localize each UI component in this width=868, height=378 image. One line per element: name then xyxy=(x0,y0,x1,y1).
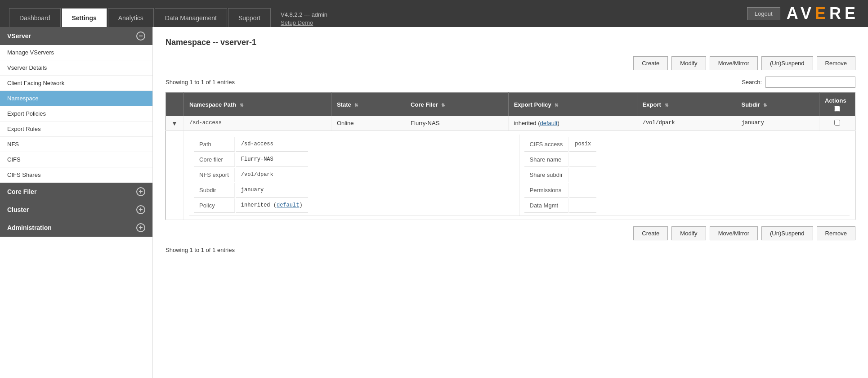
th-core-filer[interactable]: Core Filer ⇅ xyxy=(405,93,509,117)
expand-cell[interactable]: ▼ xyxy=(166,116,184,131)
core-filer-cell: Flurry-NAS xyxy=(405,116,509,131)
detail-policy-key: Policy xyxy=(194,198,235,213)
topbar: Dashboard Settings Analytics Data Manage… xyxy=(0,0,868,27)
sidebar-item-manage-vservers[interactable]: Manage VServers xyxy=(0,45,152,60)
detail-policy-link[interactable]: default xyxy=(277,202,299,208)
avere-brand: AVERE xyxy=(787,4,859,23)
modify-button-bottom[interactable]: Modify xyxy=(671,226,706,240)
detail-cifs-access-val: posix xyxy=(569,137,596,152)
detail-corefiler-val: Flurry-NAS xyxy=(236,153,308,167)
sidebar-vserver-icon: − xyxy=(136,32,145,40)
nav-tabs: Dashboard Settings Analytics Data Manage… xyxy=(9,0,327,27)
state-cell: Online xyxy=(331,116,405,131)
detail-path-val: /sd-access xyxy=(236,137,308,152)
expand-arrow-icon[interactable]: ▼ xyxy=(171,120,178,127)
row-checkbox[interactable] xyxy=(834,120,840,126)
detail-row: Path /sd-access Core filer Flurry-NAS xyxy=(166,131,855,220)
modify-button-top[interactable]: Modify xyxy=(671,56,706,70)
bottom-action-buttons: Create Modify Move/Mirror (Un)Suspend Re… xyxy=(166,226,855,240)
namespace-table: Namespace Path ⇅ State ⇅ Core Filer ⇅ Ex… xyxy=(166,92,855,220)
th-namespace-path[interactable]: Namespace Path ⇅ xyxy=(184,93,331,117)
detail-permissions-key: Permissions xyxy=(524,183,569,198)
remove-button-bottom[interactable]: Remove xyxy=(817,226,855,240)
tab-settings[interactable]: Settings xyxy=(62,8,107,27)
sidebar-item-nfs[interactable]: NFS xyxy=(0,137,152,152)
export-policy-suffix: ) xyxy=(558,120,559,126)
export-policy-prefix: inherited ( xyxy=(514,120,540,126)
th-state[interactable]: State ⇅ xyxy=(331,93,405,117)
sidebar-administration-label: Administration xyxy=(7,224,52,231)
sidebar-cluster-label: Cluster xyxy=(7,206,29,213)
table-info-row: Showing 1 to 1 of 1 entries Search: xyxy=(166,76,855,88)
sidebar-section-administration[interactable]: Administration + xyxy=(0,219,152,237)
sidebar-cluster-icon: + xyxy=(136,205,145,214)
export-cell: /vol/dpark xyxy=(637,116,736,131)
avere-logo-av: AV xyxy=(787,4,815,22)
avere-logo-e: E xyxy=(815,4,829,22)
detail-data-mgmt-val xyxy=(569,198,596,213)
sidebar: VServer − Manage VServers Vserver Detail… xyxy=(0,27,153,378)
create-button-top[interactable]: Create xyxy=(633,56,668,70)
sidebar-item-namespace[interactable]: Namespace xyxy=(0,91,152,106)
search-input[interactable] xyxy=(765,76,855,88)
detail-cifs-access-key: CIFS access xyxy=(524,137,569,152)
th-actions: Actions xyxy=(819,93,855,117)
page-title: Namespace -- vserver-1 xyxy=(166,38,855,47)
detail-share-subdir-val xyxy=(569,168,596,182)
sidebar-section-core-filer[interactable]: Core Filer + xyxy=(0,183,152,201)
detail-permissions-val xyxy=(569,183,596,198)
tab-analytics[interactable]: Analytics xyxy=(108,8,154,27)
th-subdir[interactable]: Subdir ⇅ xyxy=(736,93,819,117)
sidebar-item-cifs-shares[interactable]: CIFS Shares xyxy=(0,167,152,183)
tab-dashboard[interactable]: Dashboard xyxy=(9,8,61,27)
sidebar-administration-icon: + xyxy=(136,223,145,232)
export-policy-cell: inherited (default) xyxy=(508,116,637,131)
sidebar-core-filer-icon: + xyxy=(136,187,145,196)
version-info: V4.8.2.2 --- admin Setup Demo xyxy=(281,11,327,27)
remove-button-top[interactable]: Remove xyxy=(817,56,855,70)
detail-data-mgmt-key: Data Mgmt xyxy=(524,198,569,213)
search-box: Search: xyxy=(742,76,855,88)
sidebar-section-vserver[interactable]: VServer − xyxy=(0,27,152,45)
actions-checkbox-cell xyxy=(819,116,855,131)
logout-button[interactable]: Logout xyxy=(747,7,780,20)
sidebar-core-filer-label: Core Filer xyxy=(7,188,36,195)
content-area: Namespace -- vserver-1 Create Modify Mov… xyxy=(153,27,868,378)
top-action-buttons: Create Modify Move/Mirror (Un)Suspend Re… xyxy=(166,56,855,70)
sidebar-section-cluster[interactable]: Cluster + xyxy=(0,201,152,219)
th-expand xyxy=(166,93,184,117)
unsuspend-button-top[interactable]: (Un)Suspend xyxy=(761,56,813,70)
avere-logo: Logout AVERE xyxy=(747,4,859,23)
actions-select-all[interactable] xyxy=(834,106,840,112)
unsuspend-button-bottom[interactable]: (Un)Suspend xyxy=(761,226,813,240)
avere-logo-re: RE xyxy=(829,4,859,22)
detail-nfsexport-val: /vol/dpark xyxy=(236,168,308,182)
create-button-bottom[interactable]: Create xyxy=(633,226,668,240)
export-policy-link[interactable]: default xyxy=(540,120,557,126)
sidebar-vserver-label: VServer xyxy=(7,32,31,40)
move-mirror-button-bottom[interactable]: Move/Mirror xyxy=(710,226,758,240)
table-row: ▼ /sd-access Online Flurry-NAS inherited… xyxy=(166,116,855,131)
tab-data-management[interactable]: Data Management xyxy=(155,8,227,27)
th-export-policy[interactable]: Export Policy ⇅ xyxy=(508,93,637,117)
th-export[interactable]: Export ⇅ xyxy=(637,93,736,117)
move-mirror-button-top[interactable]: Move/Mirror xyxy=(710,56,758,70)
detail-share-name-val xyxy=(569,153,596,167)
detail-share-subdir-key: Share subdir xyxy=(524,168,569,182)
detail-content: Path /sd-access Core filer Flurry-NAS xyxy=(184,131,855,220)
detail-subdir-val: january xyxy=(236,183,308,198)
detail-corefiler-key: Core filer xyxy=(194,153,235,167)
sidebar-item-export-rules[interactable]: Export Rules xyxy=(0,122,152,137)
sidebar-item-export-policies[interactable]: Export Policies xyxy=(0,106,152,122)
sidebar-item-client-facing-network[interactable]: Client Facing Network xyxy=(0,76,152,91)
sidebar-item-cifs[interactable]: CIFS xyxy=(0,152,152,167)
detail-expand-spacer xyxy=(166,131,184,220)
main-layout: VServer − Manage VServers Vserver Detail… xyxy=(0,27,868,378)
sidebar-item-vserver-details[interactable]: Vserver Details xyxy=(0,60,152,76)
tab-support[interactable]: Support xyxy=(228,8,271,27)
showing-top: Showing 1 to 1 of 1 entries xyxy=(166,79,235,86)
detail-policy-val: inherited (default) xyxy=(236,198,308,213)
detail-nfsexport-key: NFS export xyxy=(194,168,235,182)
showing-bottom: Showing 1 to 1 of 1 entries xyxy=(166,247,855,253)
search-label: Search: xyxy=(742,79,762,86)
